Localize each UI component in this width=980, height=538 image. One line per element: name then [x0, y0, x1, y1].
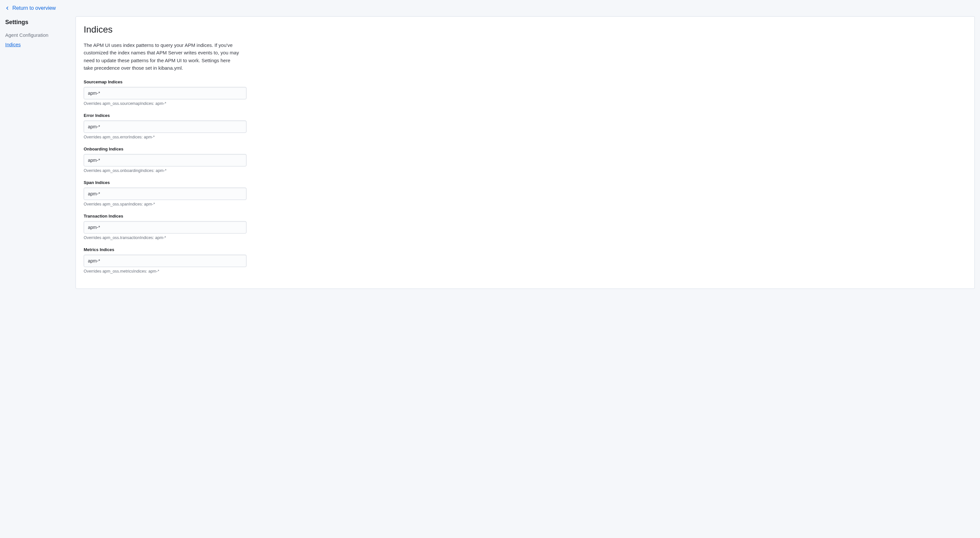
form-row-error-indices: Error Indices Overrides apm_oss.errorInd…	[84, 113, 247, 139]
sidebar-item-indices[interactable]: Indices	[5, 40, 70, 49]
sidebar-item-agent-configuration[interactable]: Agent Configuration	[5, 30, 70, 40]
form-help: Overrides apm_oss.metricsIndices: apm-*	[84, 269, 247, 274]
transaction-indices-input[interactable]	[84, 221, 247, 234]
form-label: Transaction Indices	[84, 213, 247, 218]
sourcemap-indices-input[interactable]	[84, 87, 247, 99]
page-description: The APM UI uses index patterns to query …	[84, 41, 240, 72]
form-label: Metrics Indices	[84, 247, 247, 252]
sidebar-item-label: Agent Configuration	[5, 32, 49, 38]
chevron-left-icon	[5, 6, 10, 10]
form-row-span-indices: Span Indices Overrides apm_oss.spanIndic…	[84, 180, 247, 207]
form-help: Overrides apm_oss.spanIndices: apm-*	[84, 202, 247, 207]
form-label: Span Indices	[84, 180, 247, 185]
return-to-overview-link[interactable]: Return to overview	[0, 0, 61, 16]
return-link-label: Return to overview	[13, 5, 56, 11]
sidebar-title: Settings	[5, 19, 70, 26]
error-indices-input[interactable]	[84, 121, 247, 133]
form-row-metrics-indices: Metrics Indices Overrides apm_oss.metric…	[84, 247, 247, 274]
metrics-indices-input[interactable]	[84, 255, 247, 267]
form-row-transaction-indices: Transaction Indices Overrides apm_oss.tr…	[84, 213, 247, 240]
form-help: Overrides apm_oss.sourcemapIndices: apm-…	[84, 101, 247, 106]
page-title: Indices	[84, 24, 967, 35]
form-help: Overrides apm_oss.transactionIndices: ap…	[84, 236, 247, 240]
form-help: Overrides apm_oss.errorIndices: apm-*	[84, 135, 247, 139]
sidebar-item-label: Indices	[5, 42, 21, 47]
form-row-onboarding-indices: Onboarding Indices Overrides apm_oss.onb…	[84, 146, 247, 173]
main-panel: Indices The APM UI uses index patterns t…	[76, 16, 975, 289]
onboarding-indices-input[interactable]	[84, 154, 247, 166]
form-help: Overrides apm_oss.onboardingIndices: apm…	[84, 169, 247, 173]
span-indices-input[interactable]	[84, 188, 247, 200]
settings-sidebar: Settings Agent Configuration Indices	[5, 16, 70, 49]
form-label: Onboarding Indices	[84, 146, 247, 151]
form-label: Error Indices	[84, 113, 247, 118]
form-label: Sourcemap Indices	[84, 80, 247, 84]
form-row-sourcemap-indices: Sourcemap Indices Overrides apm_oss.sour…	[84, 80, 247, 106]
